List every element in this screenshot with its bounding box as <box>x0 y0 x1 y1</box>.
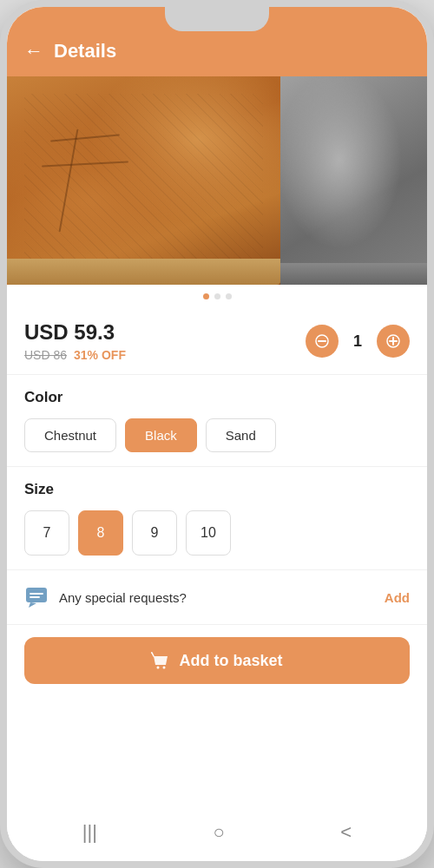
add-to-basket-section: Add to basket <box>7 625 427 693</box>
color-options: Chestnut Black Sand <box>24 418 410 452</box>
dot-1[interactable] <box>203 293 209 299</box>
notch <box>165 7 269 31</box>
chat-icon <box>24 584 50 610</box>
special-requests-text: Any special requests? <box>59 590 187 605</box>
special-requests-section: Any special requests? Add <box>7 570 427 625</box>
back-button[interactable]: ← <box>24 40 43 62</box>
size-option-8[interactable]: 8 <box>78 510 123 556</box>
product-image-secondary <box>280 76 427 285</box>
current-price: USD 59.3 <box>24 320 126 345</box>
svg-point-8 <box>157 667 160 669</box>
seam-2 <box>50 135 120 142</box>
color-section-title: Color <box>24 389 410 406</box>
color-option-black[interactable]: Black <box>125 418 197 452</box>
basket-icon <box>151 651 170 670</box>
page-title: Details <box>54 40 116 62</box>
size-section: Size 7 8 9 10 <box>7 467 427 570</box>
dot-2[interactable] <box>214 293 220 299</box>
basket-btn-label: Add to basket <box>179 652 282 670</box>
quantity-control: 1 <box>306 325 410 358</box>
color-section: Color Chestnut Black Sand <box>7 375 427 467</box>
home-nav-icon[interactable]: ○ <box>214 821 225 844</box>
bottom-nav: ||| ○ < <box>7 811 427 861</box>
dot-3[interactable] <box>226 293 232 299</box>
increase-qty-button[interactable] <box>377 325 410 358</box>
color-option-sand[interactable]: Sand <box>206 418 276 452</box>
svg-rect-5 <box>26 588 47 602</box>
seam-1 <box>59 129 79 233</box>
minus-icon <box>315 334 329 348</box>
size-section-title: Size <box>24 481 410 498</box>
grey-boot <box>280 76 427 285</box>
original-price: USD 86 <box>24 348 67 362</box>
size-option-9[interactable]: 9 <box>132 510 177 556</box>
size-options: 7 8 9 10 <box>24 510 410 556</box>
color-option-chestnut[interactable]: Chestnut <box>24 418 116 452</box>
phone-frame: ← Details <box>0 0 434 868</box>
price-info: USD 59.3 USD 86 31% OFF <box>24 320 126 362</box>
discount-badge: 31% OFF <box>74 348 126 362</box>
menu-nav-icon[interactable]: ||| <box>82 821 97 844</box>
boot-sole <box>7 259 280 285</box>
screen: ← Details <box>7 7 427 861</box>
original-price-row: USD 86 31% OFF <box>24 348 126 362</box>
product-images <box>7 76 427 285</box>
add-to-basket-button[interactable]: Add to basket <box>24 637 410 684</box>
price-section: USD 59.3 USD 86 31% OFF 1 <box>7 308 427 375</box>
svg-point-9 <box>163 667 166 669</box>
plus-icon <box>386 334 400 348</box>
back-nav-icon[interactable]: < <box>340 821 352 844</box>
add-special-request-button[interactable]: Add <box>385 590 410 605</box>
boot-texture <box>24 94 263 285</box>
size-option-10[interactable]: 10 <box>186 510 231 556</box>
special-requests-left: Any special requests? <box>24 584 187 610</box>
seam-3 <box>42 161 128 167</box>
decrease-qty-button[interactable] <box>306 325 339 358</box>
size-option-7[interactable]: 7 <box>24 510 69 556</box>
product-image-main <box>7 76 280 285</box>
dots-indicator <box>7 285 427 308</box>
quantity-value: 1 <box>349 332 366 351</box>
